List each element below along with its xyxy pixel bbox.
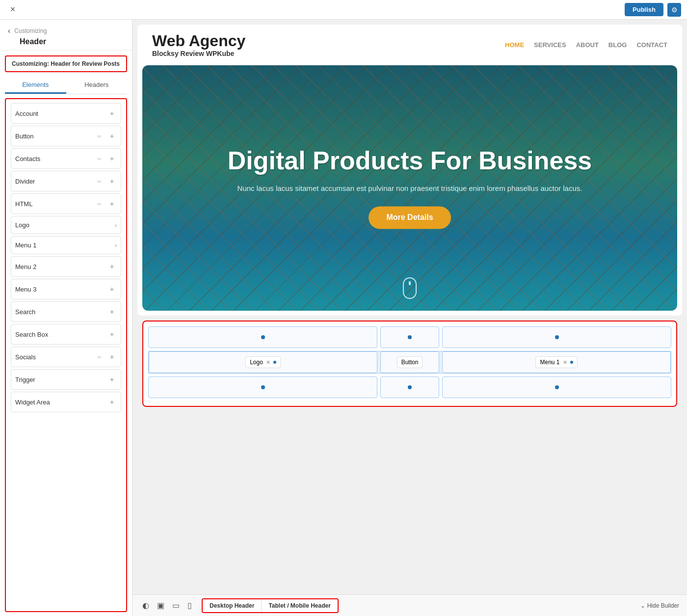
top-bar: × Publish ⚙ — [0, 0, 687, 20]
add-search-button[interactable]: + — [107, 307, 117, 317]
copy-divider-button[interactable]: ⎓ — [94, 176, 104, 186]
element-search-box[interactable]: Search Box + — [11, 324, 121, 345]
element-divider-label: Divider — [15, 178, 35, 185]
nav-services[interactable]: SERVICES — [534, 41, 566, 49]
element-widget-area[interactable]: Widget Area + — [11, 392, 121, 412]
add-contacts-button[interactable]: + — [107, 154, 117, 163]
add-divider-button[interactable]: + — [107, 176, 117, 186]
site-nav: HOME SERVICES ABOUT BLOG CONTACT — [505, 41, 667, 49]
builder-cell-bottom-left[interactable] — [148, 376, 377, 398]
gear-icon: ⚙ — [671, 6, 678, 14]
gear-button[interactable]: ⚙ — [667, 3, 681, 17]
breadcrumb: Customizing — [14, 27, 47, 34]
add-button-button[interactable]: + — [107, 131, 117, 141]
tab-headers[interactable]: Headers — [66, 77, 128, 94]
builder-cell-top-center[interactable] — [380, 326, 439, 348]
add-widget-area-button[interactable]: + — [107, 397, 117, 407]
element-account[interactable]: Account + — [11, 103, 121, 124]
builder-cell-bottom-center[interactable] — [380, 376, 439, 398]
builder-cell-top-right[interactable] — [442, 326, 671, 348]
element-search-label: Search — [15, 308, 35, 316]
main-layout: ‹ Customizing Header Customizing: Header… — [0, 20, 687, 616]
add-search-box-button[interactable]: + — [107, 329, 117, 339]
hide-builder-button[interactable]: ⌄ Hide Builder — [640, 602, 679, 609]
builder-cell-top-left[interactable] — [148, 326, 377, 348]
builder-element-logo[interactable]: Logo ✕ — [245, 356, 281, 368]
site-logo-area: Web Agency Blocksy Review WPKube — [152, 32, 245, 57]
element-html[interactable]: HTML ⎓ + — [11, 193, 121, 214]
nav-contact[interactable]: CONTACT — [636, 41, 667, 49]
element-logo[interactable]: Logo › — [11, 216, 121, 234]
device-icons: ◐ ▣ ▭ ▯ — [140, 599, 194, 612]
builder-menu1-label: Menu 1 — [540, 359, 559, 366]
element-divider[interactable]: Divider ⎓ + — [11, 171, 121, 191]
dark-mode-icon[interactable]: ◐ — [140, 599, 151, 612]
builder-dot — [408, 385, 412, 389]
hero-scroll-indicator — [403, 277, 417, 299]
nav-blog[interactable]: BLOG — [608, 41, 627, 49]
copy-socials-button[interactable]: ⎓ — [94, 352, 104, 362]
element-socials-actions: ⎓ + — [94, 352, 117, 362]
builder-cell-main-left[interactable]: Logo ✕ — [149, 351, 377, 373]
builder-dot — [408, 335, 412, 339]
tab-elements[interactable]: Elements — [5, 77, 66, 94]
copy-contacts-button[interactable]: ⎓ — [94, 154, 104, 163]
builder-menu1-dot — [570, 361, 573, 364]
publish-label: Publish — [633, 6, 656, 13]
publish-button[interactable]: Publish — [625, 3, 663, 16]
element-trigger[interactable]: Trigger + — [11, 369, 121, 390]
element-search-actions: + — [107, 307, 117, 317]
element-logo-actions: › — [115, 221, 117, 229]
builder-cell-main-right[interactable]: Menu 1 ✕ — [442, 351, 671, 373]
chevron-down-icon: ⌄ — [640, 602, 645, 609]
element-search[interactable]: Search + — [11, 301, 121, 322]
builder-cell-main-center[interactable]: Button — [380, 351, 439, 373]
preview-area: Web Agency Blocksy Review WPKube HOME SE… — [132, 20, 687, 616]
builder-element-menu1[interactable]: Menu 1 ✕ — [535, 356, 577, 368]
hero-title: Digital Products For Business — [196, 147, 624, 175]
element-account-actions: + — [107, 108, 117, 118]
add-menu2-button[interactable]: + — [107, 262, 117, 271]
builder-cell-bottom-right[interactable] — [442, 376, 671, 398]
nav-about[interactable]: ABOUT — [576, 41, 599, 49]
hero-description: Nunc lacus lacus sitamet accumsan est pu… — [196, 183, 624, 195]
element-contacts[interactable]: Contacts ⎓ + — [11, 148, 121, 169]
back-arrow-icon[interactable]: ‹ — [8, 27, 10, 35]
chevron-right-menu1-icon: › — [115, 241, 117, 249]
hide-builder-label: Hide Builder — [647, 602, 679, 609]
builder-dot — [261, 335, 265, 339]
copy-button-button[interactable]: ⎓ — [94, 131, 104, 141]
add-account-button[interactable]: + — [107, 108, 117, 118]
tablet-icon[interactable]: ▭ — [170, 599, 182, 612]
tab-tablet-mobile-header[interactable]: Tablet / Mobile Header — [262, 599, 337, 612]
element-button[interactable]: Button ⎓ + — [11, 126, 121, 146]
copy-html-button[interactable]: ⎓ — [94, 199, 104, 209]
add-socials-button[interactable]: + — [107, 352, 117, 362]
tab-desktop-header[interactable]: Desktop Header — [203, 599, 262, 612]
add-html-button[interactable]: + — [107, 199, 117, 209]
element-search-box-actions: + — [107, 329, 117, 339]
hero-scroll-dot — [409, 281, 411, 285]
element-account-label: Account — [15, 110, 38, 117]
desktop-icon[interactable]: ▣ — [155, 599, 166, 612]
element-html-actions: ⎓ + — [94, 199, 117, 209]
element-trigger-actions: + — [107, 375, 117, 384]
element-menu2[interactable]: Menu 2 + — [11, 256, 121, 277]
close-button[interactable]: × — [6, 3, 20, 17]
nav-home[interactable]: HOME — [505, 41, 524, 49]
builder-logo-label: Logo — [250, 359, 263, 366]
builder-button-label: Button — [401, 359, 419, 366]
bottom-bar: ◐ ▣ ▭ ▯ Desktop Header Tablet / Mobile H… — [132, 594, 687, 616]
builder-logo-close[interactable]: ✕ — [266, 359, 270, 366]
mobile-icon[interactable]: ▯ — [185, 599, 194, 612]
hero-cta-button[interactable]: More Details — [369, 207, 450, 229]
element-menu3[interactable]: Menu 3 + — [11, 279, 121, 299]
element-socials[interactable]: Socials ⎓ + — [11, 347, 121, 367]
element-html-label: HTML — [15, 200, 32, 208]
element-menu1[interactable]: Menu 1 › — [11, 236, 121, 254]
builder-element-button[interactable]: Button — [397, 356, 423, 368]
builder-menu1-close[interactable]: ✕ — [563, 359, 567, 366]
website-preview: Web Agency Blocksy Review WPKube HOME SE… — [137, 25, 682, 316]
add-trigger-button[interactable]: + — [107, 375, 117, 384]
add-menu3-button[interactable]: + — [107, 284, 117, 294]
